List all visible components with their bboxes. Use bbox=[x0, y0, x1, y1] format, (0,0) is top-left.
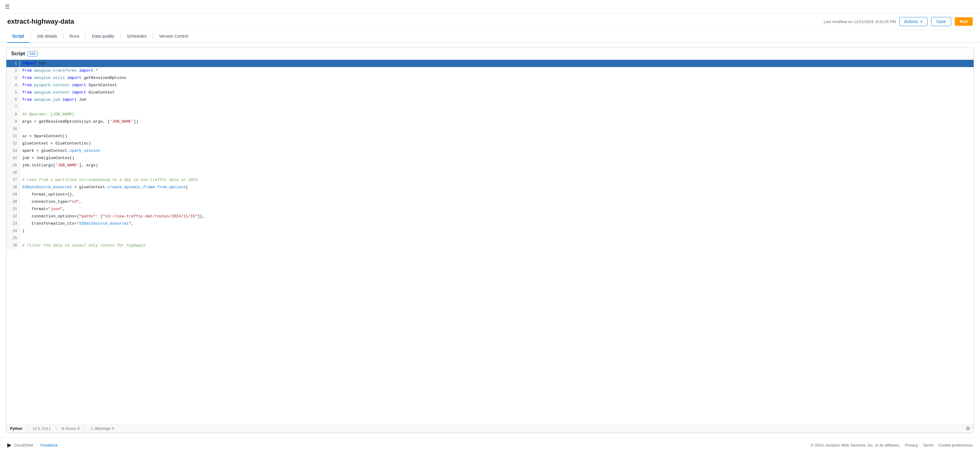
cloudshell-icon: ▶ bbox=[7, 442, 11, 448]
status-right: ⚙ bbox=[966, 426, 970, 431]
code-content-19: format_options={}, bbox=[20, 191, 974, 198]
line-number-3: 3 bbox=[6, 75, 20, 82]
tab-version-control[interactable]: Version Control bbox=[154, 30, 193, 43]
error-icon: ⊘ bbox=[61, 427, 64, 431]
line-number-13: 13 bbox=[6, 147, 20, 154]
top-bar: ☰ bbox=[0, 0, 980, 13]
line-number-16: 16 bbox=[6, 169, 20, 176]
code-line-25: 25 bbox=[6, 235, 974, 242]
code-line-17: 17# read from a partition corresponding … bbox=[6, 176, 974, 184]
tab-divider-1 bbox=[30, 33, 31, 39]
code-line-22: 22 connection_options={"paths": ["s3://u… bbox=[6, 213, 974, 220]
code-line-20: 20 connection_type="s3", bbox=[6, 198, 974, 206]
feedback-label[interactable]: Feedback bbox=[40, 443, 58, 447]
tabs-bar: Script Job details Runs Data quality Sch… bbox=[0, 30, 980, 43]
line-number-12: 12 bbox=[6, 140, 20, 147]
status-separator-2: | bbox=[56, 427, 57, 431]
script-panel-header: Script Info bbox=[6, 48, 974, 60]
settings-gear-icon[interactable]: ⚙ bbox=[966, 426, 970, 431]
code-content-15: job.init(args['JOB_NAME'], args) bbox=[20, 162, 974, 169]
tab-script[interactable]: Script bbox=[7, 30, 29, 43]
script-panel-title: Script bbox=[11, 51, 25, 57]
code-line-14: 14job = Job(glueContext) bbox=[6, 154, 974, 162]
code-content-22: connection_options={"paths": ["s3://usa-… bbox=[20, 213, 974, 220]
cookie-link[interactable]: Cookie preferences bbox=[939, 443, 973, 447]
warning-icon: ⚠ bbox=[90, 427, 94, 431]
actions-label: Actions bbox=[904, 19, 918, 24]
code-content-6: from awsglue.job import Job bbox=[20, 96, 974, 103]
save-button[interactable]: Save bbox=[931, 17, 951, 26]
line-number-17: 17 bbox=[6, 176, 20, 184]
tab-data-quality[interactable]: Data quality bbox=[87, 30, 119, 43]
code-editor[interactable]: 1import sys2from awsglue.transforms impo… bbox=[6, 60, 974, 424]
code-content-2: from awsglue.transforms import * bbox=[20, 67, 974, 75]
code-line-3: 3from awsglue.utils import getResolvedOp… bbox=[6, 75, 974, 82]
run-button[interactable]: Run bbox=[955, 17, 973, 26]
line-number-14: 14 bbox=[6, 154, 20, 162]
line-number-4: 4 bbox=[6, 82, 20, 89]
line-number-25: 25 bbox=[6, 235, 20, 242]
code-line-6: 6from awsglue.job import Job bbox=[6, 96, 974, 103]
code-content-4: from pyspark.context import SparkContext bbox=[20, 82, 974, 89]
errors-count: Errors: 0 bbox=[65, 427, 80, 431]
code-line-1: 1import sys bbox=[6, 60, 974, 67]
line-number-11: 11 bbox=[6, 133, 20, 140]
code-content-9: args = getResolvedOptions(sys.argv, ['JO… bbox=[20, 118, 974, 125]
warnings-status: ⚠ Warnings: 0 bbox=[90, 427, 114, 431]
code-line-21: 21 format="json", bbox=[6, 206, 974, 213]
errors-status: ⊘ Errors: 0 bbox=[61, 427, 80, 431]
line-number-6: 6 bbox=[6, 96, 20, 103]
tab-schedules[interactable]: Schedules bbox=[122, 30, 151, 43]
tab-divider-4 bbox=[120, 33, 121, 39]
line-number-23: 23 bbox=[6, 220, 20, 227]
language-indicator: Python bbox=[10, 427, 22, 431]
code-line-5: 5from awsglue.context import GlueContext bbox=[6, 89, 974, 96]
code-content-16 bbox=[20, 169, 974, 176]
line-number-10: 10 bbox=[6, 125, 20, 133]
status-bar: Python | Ln 1, Col 1 | ⊘ Errors: 0 | ⚠ W… bbox=[6, 424, 974, 433]
status-separator-3: | bbox=[84, 427, 85, 431]
code-content-24: ) bbox=[20, 227, 974, 235]
line-number-9: 9 bbox=[6, 118, 20, 125]
line-number-8: 8 bbox=[6, 111, 20, 118]
terms-link[interactable]: Terms bbox=[923, 443, 934, 447]
code-content-11: sc = SparkContext() bbox=[20, 133, 974, 140]
code-line-7: 7 bbox=[6, 103, 974, 111]
cloudshell-label[interactable]: CloudShell bbox=[14, 443, 33, 447]
code-line-2: 2from awsglue.transforms import * bbox=[6, 67, 974, 75]
code-content-23: transformation_ctx="S3DataSource_dsource… bbox=[20, 220, 974, 227]
code-line-16: 16 bbox=[6, 169, 974, 176]
code-content-21: format="json", bbox=[20, 206, 974, 213]
code-line-26: 26# filter the data to select only route… bbox=[6, 242, 974, 249]
line-number-7: 7 bbox=[6, 103, 20, 111]
tab-runs[interactable]: Runs bbox=[65, 30, 84, 43]
code-content-3: from awsglue.utils import getResolvedOpt… bbox=[20, 75, 974, 82]
line-number-21: 21 bbox=[6, 206, 20, 213]
line-number-2: 2 bbox=[6, 67, 20, 75]
code-content-17: # read from a partition corresponding to… bbox=[20, 176, 974, 184]
line-number-22: 22 bbox=[6, 213, 20, 220]
script-panel: Script Info 1import sys2from awsglue.tra… bbox=[6, 48, 974, 433]
job-title: extract-highway-data bbox=[7, 17, 74, 25]
line-number-1: 1 bbox=[6, 60, 20, 67]
code-line-13: 13spark = glueContext.spark_session bbox=[6, 147, 974, 154]
code-content-14: job = Job(glueContext) bbox=[20, 154, 974, 162]
menu-icon[interactable]: ☰ bbox=[5, 3, 10, 10]
code-line-4: 4from pyspark.context import SparkContex… bbox=[6, 82, 974, 89]
tab-divider-3 bbox=[85, 33, 86, 39]
footer-left: ▶ CloudShell Feedback bbox=[7, 442, 58, 448]
cursor-position: Ln 1, Col 1 bbox=[33, 427, 51, 431]
code-line-8: 8## @params: [JOB_NAME] bbox=[6, 111, 974, 118]
code-content-7 bbox=[20, 103, 974, 111]
status-separator-1: | bbox=[27, 427, 28, 431]
code-content-1: import sys bbox=[20, 60, 974, 67]
tab-job-details[interactable]: Job details bbox=[32, 30, 62, 43]
code-content-18: S3DataSource_dsource1 = glueContext.crea… bbox=[20, 184, 974, 191]
actions-button[interactable]: Actions ▼ bbox=[899, 17, 928, 26]
footer-right: © 2024, Amazon Web Services, Inc. or its… bbox=[811, 443, 973, 447]
info-badge[interactable]: Info bbox=[27, 51, 38, 57]
privacy-link[interactable]: Privacy bbox=[905, 443, 918, 447]
footer: ▶ CloudShell Feedback © 2024, Amazon Web… bbox=[0, 438, 980, 452]
code-line-9: 9args = getResolvedOptions(sys.argv, ['J… bbox=[6, 118, 974, 125]
line-number-15: 15 bbox=[6, 162, 20, 169]
